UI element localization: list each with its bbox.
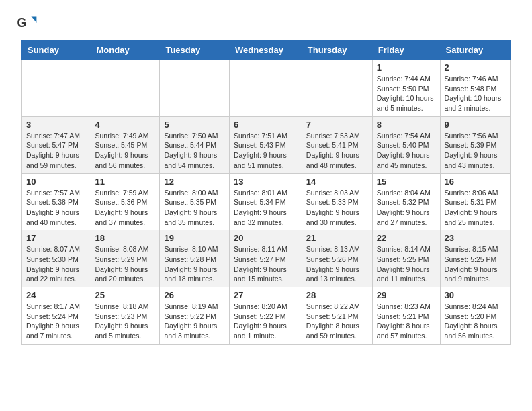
calendar-cell [22, 60, 91, 117]
day-number: 11 [95, 177, 156, 187]
col-header-sunday: Sunday [22, 41, 91, 60]
col-header-saturday: Saturday [440, 41, 510, 60]
calendar-cell: 15Sunrise: 8:04 AMSunset: 5:32 PMDayligh… [372, 173, 440, 230]
calendar-cell: 28Sunrise: 8:22 AMSunset: 5:21 PMDayligh… [302, 287, 372, 345]
day-info: Sunrise: 7:44 AMSunset: 5:50 PMDaylight:… [377, 74, 436, 113]
day-info: Sunrise: 8:14 AMSunset: 5:25 PMDaylight:… [377, 244, 436, 284]
calendar-cell: 14Sunrise: 8:03 AMSunset: 5:33 PMDayligh… [302, 173, 372, 230]
day-number: 22 [377, 233, 436, 243]
day-info: Sunrise: 7:51 AMSunset: 5:43 PMDaylight:… [234, 131, 298, 171]
day-info: Sunrise: 7:53 AMSunset: 5:41 PMDaylight:… [306, 131, 368, 171]
day-info: Sunrise: 8:07 AMSunset: 5:30 PMDaylight:… [26, 244, 87, 284]
day-info: Sunrise: 8:18 AMSunset: 5:23 PMDaylight:… [95, 302, 156, 341]
calendar-cell: 3Sunrise: 7:47 AMSunset: 5:47 PMDaylight… [22, 116, 91, 173]
day-info: Sunrise: 7:56 AMSunset: 5:39 PMDaylight:… [445, 131, 506, 171]
day-number: 18 [95, 233, 156, 243]
day-info: Sunrise: 8:17 AMSunset: 5:24 PMDaylight:… [26, 302, 87, 341]
day-info: Sunrise: 8:23 AMSunset: 5:21 PMDaylight:… [377, 302, 436, 341]
calendar-week-4: 17Sunrise: 8:07 AMSunset: 5:30 PMDayligh… [22, 230, 511, 287]
day-number: 9 [445, 120, 506, 130]
calendar-cell: 30Sunrise: 8:24 AMSunset: 5:20 PMDayligh… [440, 287, 510, 345]
day-number: 21 [306, 233, 368, 243]
day-info: Sunrise: 8:13 AMSunset: 5:26 PMDaylight:… [306, 244, 368, 284]
page-header: G [0, 0, 532, 40]
day-info: Sunrise: 7:59 AMSunset: 5:36 PMDaylight:… [95, 188, 156, 228]
calendar-header: SundayMondayTuesdayWednesdayThursdayFrid… [22, 41, 511, 60]
svg-text:G: G [17, 16, 27, 30]
day-number: 19 [164, 233, 225, 243]
day-info: Sunrise: 7:49 AMSunset: 5:45 PMDaylight:… [95, 131, 156, 171]
day-info: Sunrise: 7:57 AMSunset: 5:38 PMDaylight:… [26, 188, 87, 228]
calendar-cell: 21Sunrise: 8:13 AMSunset: 5:26 PMDayligh… [302, 230, 372, 287]
calendar-cell: 8Sunrise: 7:54 AMSunset: 5:40 PMDaylight… [372, 116, 440, 173]
day-number: 3 [26, 120, 87, 130]
day-info: Sunrise: 8:22 AMSunset: 5:21 PMDaylight:… [306, 302, 368, 341]
day-number: 5 [164, 120, 225, 130]
calendar-cell: 1Sunrise: 7:44 AMSunset: 5:50 PMDaylight… [372, 60, 440, 117]
col-header-wednesday: Wednesday [229, 41, 302, 60]
day-info: Sunrise: 8:00 AMSunset: 5:35 PMDaylight:… [164, 188, 225, 228]
day-number: 2 [445, 62, 506, 73]
day-number: 14 [306, 177, 368, 187]
day-number: 10 [26, 177, 87, 187]
day-info: Sunrise: 8:10 AMSunset: 5:28 PMDaylight:… [164, 244, 225, 284]
calendar-cell [229, 60, 302, 117]
calendar-cell [160, 60, 230, 117]
calendar-week-1: 1Sunrise: 7:44 AMSunset: 5:50 PMDaylight… [22, 60, 511, 117]
day-number: 4 [95, 120, 156, 130]
day-info: Sunrise: 8:19 AMSunset: 5:22 PMDaylight:… [164, 302, 225, 341]
day-number: 24 [26, 290, 87, 300]
calendar-cell: 11Sunrise: 7:59 AMSunset: 5:36 PMDayligh… [91, 173, 160, 230]
day-number: 6 [234, 120, 298, 130]
calendar-week-2: 3Sunrise: 7:47 AMSunset: 5:47 PMDaylight… [22, 116, 511, 173]
calendar-cell: 7Sunrise: 7:53 AMSunset: 5:41 PMDaylight… [302, 116, 372, 173]
day-info: Sunrise: 8:04 AMSunset: 5:32 PMDaylight:… [377, 188, 436, 228]
day-number: 28 [306, 290, 368, 300]
calendar-cell: 26Sunrise: 8:19 AMSunset: 5:22 PMDayligh… [160, 287, 230, 345]
col-header-monday: Monday [91, 41, 160, 60]
day-info: Sunrise: 8:08 AMSunset: 5:29 PMDaylight:… [95, 244, 156, 284]
calendar-cell: 20Sunrise: 8:11 AMSunset: 5:27 PMDayligh… [229, 230, 302, 287]
day-info: Sunrise: 8:24 AMSunset: 5:20 PMDaylight:… [445, 302, 506, 341]
calendar-cell: 13Sunrise: 8:01 AMSunset: 5:34 PMDayligh… [229, 173, 302, 230]
calendar-cell: 23Sunrise: 8:15 AMSunset: 5:25 PMDayligh… [440, 230, 510, 287]
day-number: 30 [445, 290, 506, 300]
day-number: 23 [445, 233, 506, 243]
calendar-table: SundayMondayTuesdayWednesdayThursdayFrid… [21, 40, 511, 345]
col-header-thursday: Thursday [302, 41, 372, 60]
calendar-cell: 17Sunrise: 8:07 AMSunset: 5:30 PMDayligh… [22, 230, 91, 287]
col-header-friday: Friday [372, 41, 440, 60]
day-info: Sunrise: 8:06 AMSunset: 5:31 PMDaylight:… [445, 188, 506, 228]
day-number: 8 [377, 120, 436, 130]
calendar-cell: 18Sunrise: 8:08 AMSunset: 5:29 PMDayligh… [91, 230, 160, 287]
day-number: 7 [306, 120, 368, 130]
logo: G [16, 12, 40, 34]
day-number: 29 [377, 290, 436, 300]
day-number: 1 [377, 62, 436, 73]
calendar-cell: 25Sunrise: 8:18 AMSunset: 5:23 PMDayligh… [91, 287, 160, 345]
calendar-container: SundayMondayTuesdayWednesdayThursdayFrid… [0, 40, 532, 355]
calendar-cell: 16Sunrise: 8:06 AMSunset: 5:31 PMDayligh… [440, 173, 510, 230]
day-info: Sunrise: 7:50 AMSunset: 5:44 PMDaylight:… [164, 131, 225, 171]
calendar-cell: 4Sunrise: 7:49 AMSunset: 5:45 PMDaylight… [91, 116, 160, 173]
day-number: 20 [234, 233, 298, 243]
day-info: Sunrise: 8:01 AMSunset: 5:34 PMDaylight:… [234, 188, 298, 228]
day-number: 16 [445, 177, 506, 187]
calendar-cell: 6Sunrise: 7:51 AMSunset: 5:43 PMDaylight… [229, 116, 302, 173]
calendar-cell [91, 60, 160, 117]
calendar-cell: 29Sunrise: 8:23 AMSunset: 5:21 PMDayligh… [372, 287, 440, 345]
calendar-cell: 5Sunrise: 7:50 AMSunset: 5:44 PMDaylight… [160, 116, 230, 173]
logo-icon: G [16, 12, 38, 34]
calendar-cell [302, 60, 372, 117]
calendar-cell: 19Sunrise: 8:10 AMSunset: 5:28 PMDayligh… [160, 230, 230, 287]
day-info: Sunrise: 7:47 AMSunset: 5:47 PMDaylight:… [26, 131, 87, 171]
calendar-week-5: 24Sunrise: 8:17 AMSunset: 5:24 PMDayligh… [22, 287, 511, 345]
day-info: Sunrise: 8:03 AMSunset: 5:33 PMDaylight:… [306, 188, 368, 228]
calendar-cell: 27Sunrise: 8:20 AMSunset: 5:22 PMDayligh… [229, 287, 302, 345]
day-info: Sunrise: 8:11 AMSunset: 5:27 PMDaylight:… [234, 244, 298, 284]
col-header-tuesday: Tuesday [160, 41, 230, 60]
day-info: Sunrise: 8:20 AMSunset: 5:22 PMDaylight:… [234, 302, 298, 341]
calendar-cell: 10Sunrise: 7:57 AMSunset: 5:38 PMDayligh… [22, 173, 91, 230]
day-info: Sunrise: 7:54 AMSunset: 5:40 PMDaylight:… [377, 131, 436, 171]
day-number: 15 [377, 177, 436, 187]
